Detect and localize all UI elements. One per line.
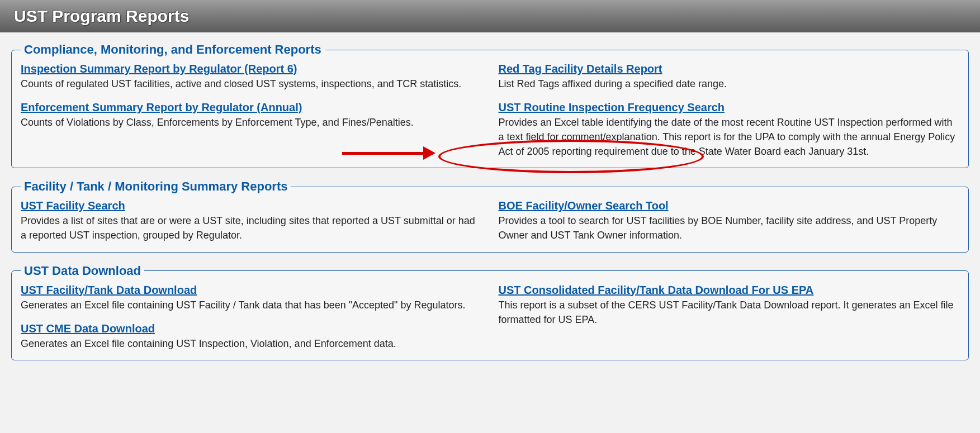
report-item: BOE Facility/Owner Search Tool Provides … — [499, 199, 960, 242]
page-title: UST Program Reports — [14, 7, 966, 26]
link-boe-facility-owner-search-tool[interactable]: BOE Facility/Owner Search Tool — [499, 199, 669, 212]
report-item: UST Facility/Tank Data Download Generate… — [21, 284, 482, 312]
report-description: Provides an Excel table identifying the … — [499, 115, 960, 159]
section-download: UST Data Download UST Facility/Tank Data… — [11, 264, 969, 360]
report-description: Generates an Excel file containing UST I… — [21, 336, 482, 351]
section-download-legend: UST Data Download — [21, 264, 144, 278]
link-ust-cme-data-download[interactable]: UST CME Data Download — [21, 322, 155, 335]
section-cme: Compliance, Monitoring, and Enforcement … — [11, 42, 969, 168]
section-facility: Facility / Tank / Monitoring Summary Rep… — [11, 179, 969, 252]
section-facility-legend: Facility / Tank / Monitoring Summary Rep… — [21, 179, 291, 194]
link-enforcement-summary-report[interactable]: Enforcement Summary Report by Regulator … — [21, 101, 302, 114]
link-inspection-summary-report[interactable]: Inspection Summary Report by Regulator (… — [21, 63, 297, 75]
report-description: Provides a list of sites that are or wer… — [21, 213, 482, 242]
link-ust-consolidated-data-download-epa[interactable]: UST Consolidated Facility/Tank Data Down… — [499, 284, 814, 297]
page-header: UST Program Reports — [0, 0, 980, 32]
report-item: UST Routine Inspection Frequency Search … — [499, 101, 960, 159]
report-description: Counts of regulated UST facilities, acti… — [21, 77, 482, 91]
link-red-tag-facility-report[interactable]: Red Tag Facility Details Report — [499, 63, 662, 75]
report-item: UST CME Data Download Generates an Excel… — [21, 322, 482, 351]
report-description: Generates an Excel file containing UST F… — [21, 298, 482, 312]
report-item: Inspection Summary Report by Regulator (… — [21, 63, 482, 91]
report-item: Red Tag Facility Details Report List Red… — [499, 63, 960, 91]
page-content: Compliance, Monitoring, and Enforcement … — [0, 32, 980, 382]
link-ust-routine-inspection-frequency-search[interactable]: UST Routine Inspection Frequency Search — [499, 101, 725, 114]
report-description: Provides a tool to search for UST facili… — [499, 213, 960, 242]
link-ust-facility-tank-data-download[interactable]: UST Facility/Tank Data Download — [21, 284, 197, 297]
report-description: List Red Tags affixed during a specified… — [499, 77, 960, 91]
report-item: UST Consolidated Facility/Tank Data Down… — [499, 284, 960, 327]
section-cme-legend: Compliance, Monitoring, and Enforcement … — [21, 42, 325, 57]
report-description: Counts of Violations by Class, Enforceme… — [21, 115, 482, 130]
report-description: This report is a subset of the CERS UST … — [499, 298, 960, 327]
report-item: UST Facility Search Provides a list of s… — [21, 199, 482, 242]
report-item: Enforcement Summary Report by Regulator … — [21, 101, 482, 130]
link-ust-facility-search[interactable]: UST Facility Search — [21, 199, 125, 212]
